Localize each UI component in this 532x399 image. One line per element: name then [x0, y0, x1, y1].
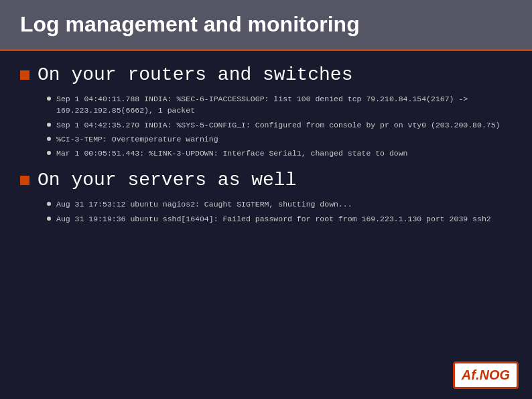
log-text: Sep 1 04:42:35.270 INDIA: %SYS-5-CONFIG_… [56, 119, 501, 131]
afnog-label: Af.NOG [462, 367, 510, 382]
slide-content: On your routers and switches Sep 1 04:40… [0, 51, 532, 249]
afnog-badge: Af.NOG [453, 361, 519, 389]
list-item: Aug 31 19:19:36 ubuntu sshd[16404]: Fail… [47, 213, 512, 225]
log-text: Aug 31 17:53:12 ubuntu nagios2: Caught S… [56, 198, 352, 210]
log-bullet-icon [47, 123, 51, 127]
slide-header: Log management and monitoring [0, 0, 532, 49]
list-item: Sep 1 04:40:11.788 INDIA: %SEC-6-IPACCES… [47, 93, 512, 117]
log-text: %CI-3-TEMP: Overtemperature warning [56, 133, 218, 145]
list-item: Sep 1 04:42:35.270 INDIA: %SYS-5-CONFIG_… [47, 119, 512, 131]
log-bullet-icon [47, 151, 51, 155]
section1-title: On your routers and switches [20, 64, 512, 85]
list-item: %CI-3-TEMP: Overtemperature warning [47, 133, 512, 145]
log-text: Aug 31 19:19:36 ubuntu sshd[16404]: Fail… [56, 213, 491, 225]
section2-title: On your servers as well [20, 170, 512, 190]
section1-label: On your routers and switches [38, 64, 352, 85]
log-bullet-icon [47, 217, 51, 221]
slide-title: Log management and monitoring [20, 12, 360, 36]
list-item: Mar 1 00:05:51.443: %LINK-3-UPDOWN: Inte… [47, 148, 512, 159]
section1-logs: Sep 1 04:40:11.788 INDIA: %SEC-6-IPACCES… [47, 93, 512, 159]
log-bullet-icon [47, 202, 51, 206]
log-bullet-icon [47, 97, 51, 101]
slide: Log management and monitoring On your ro… [0, 0, 532, 399]
section1-bullet [20, 70, 29, 80]
section2-label: On your servers as well [38, 170, 296, 190]
list-item: Aug 31 17:53:12 ubuntu nagios2: Caught S… [47, 198, 512, 210]
log-bullet-icon [47, 137, 51, 141]
section2-bullet [20, 176, 29, 185]
log-text: Mar 1 00:05:51.443: %LINK-3-UPDOWN: Inte… [56, 148, 408, 159]
section2-logs: Aug 31 17:53:12 ubuntu nagios2: Caught S… [47, 198, 512, 225]
log-text: Sep 1 04:40:11.788 INDIA: %SEC-6-IPACCES… [56, 93, 512, 117]
